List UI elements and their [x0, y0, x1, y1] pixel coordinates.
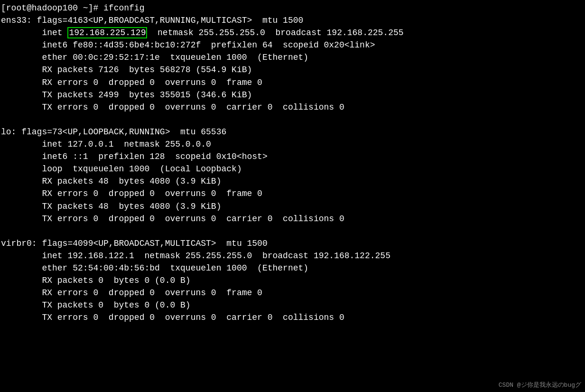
ens33-tx-packets: TX packets 2499 bytes 355015 (346.6 KiB)	[0, 89, 585, 101]
lo-loop: loop txqueuelen 1000 (Local Loopback)	[0, 163, 585, 175]
lo-header: lo: flags=73<UP,LOOPBACK,RUNNING> mtu 65…	[0, 126, 585, 138]
lo-tx-errors: TX errors 0 dropped 0 overruns 0 carrier…	[0, 213, 585, 225]
lo-rx-errors: RX errors 0 dropped 0 overruns 0 frame 0	[0, 187, 585, 200]
virbr0-rx-packets: RX packets 0 bytes 0 (0.0 B)	[0, 274, 585, 287]
lo-inet: inet 127.0.0.1 netmask 255.0.0.0	[0, 138, 585, 150]
blank-line-1	[0, 113, 585, 126]
ens33-ether: ether 00:0c:29:52:17:1e txqueuelen 1000 …	[0, 51, 585, 64]
ens33-header: ens33: flags=4163<UP,BROADCAST,RUNNING,M…	[0, 14, 585, 27]
lo-tx-packets: TX packets 48 bytes 4080 (3.9 KiB)	[0, 200, 585, 213]
virbr0-tx-errors: TX errors 0 dropped 0 overruns 0 carrier…	[0, 311, 585, 324]
ens33-rx-packets: RX packets 7126 bytes 568278 (554.9 KiB)	[0, 64, 585, 76]
ens33-rx-errors: RX errors 0 dropped 0 overruns 0 frame 0	[0, 76, 585, 89]
terminal-window: [root@hadoop100 ~]# ifconfig ens33: flag…	[0, 0, 585, 392]
ens33-inet: inet 192.168.225.129 netmask 255.255.255…	[0, 27, 585, 39]
blank-line-2	[0, 225, 585, 237]
virbr0-rx-errors: RX errors 0 dropped 0 overruns 0 frame 0	[0, 287, 585, 299]
ens33-inet6: inet6 fe80::4d35:6be4:bc10:272f prefixle…	[0, 39, 585, 51]
ip-address-highlight: 192.168.225.129	[67, 27, 147, 38]
virbr0-tx-packets: TX packets 0 bytes 0 (0.0 B)	[0, 299, 585, 311]
virbr0-inet: inet 192.168.122.1 netmask 255.255.255.0…	[0, 250, 585, 262]
lo-inet6: inet6 ::1 prefixlen 128 scopeid 0x10<hos…	[0, 150, 585, 163]
virbr0-ether: ether 52:54:00:4b:56:bd txqueuelen 1000 …	[0, 262, 585, 274]
prompt-line: [root@hadoop100 ~]# ifconfig	[0, 2, 585, 14]
watermark: CSDN @ジ你是我永远のbugグ	[499, 381, 581, 390]
virbr0-header: virbr0: flags=4099<UP,BROADCAST,MULTICAS…	[0, 237, 585, 250]
lo-rx-packets: RX packets 48 bytes 4080 (3.9 KiB)	[0, 175, 585, 187]
ens33-tx-errors: TX errors 0 dropped 0 overruns 0 carrier…	[0, 101, 585, 113]
